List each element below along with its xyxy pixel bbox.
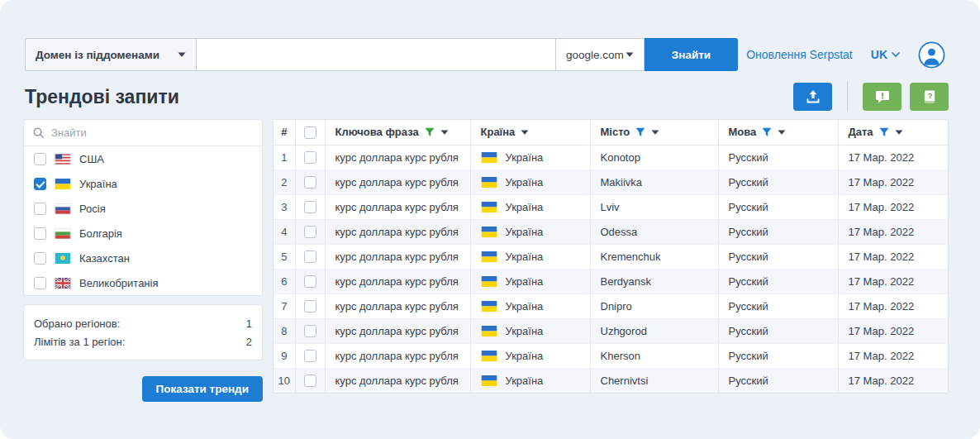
user-avatar[interactable]: [918, 41, 945, 69]
row-checkbox[interactable]: [304, 201, 316, 213]
row-checkbox[interactable]: [304, 300, 316, 313]
country-flag-icon: [481, 152, 497, 163]
chevron-down-icon[interactable]: [778, 130, 786, 135]
search-icon: [32, 126, 45, 139]
chevron-down-icon[interactable]: [651, 130, 659, 135]
row-number: 2: [274, 169, 295, 194]
language-cell: Русский: [718, 343, 838, 368]
col-language[interactable]: Мова: [718, 120, 838, 145]
stat-label: Лімітів за 1 регіон:: [34, 336, 125, 348]
country-flag-icon: [55, 154, 71, 165]
region-checkbox[interactable]: [34, 203, 46, 215]
table-row[interactable]: 5 курс доллара курс рубля Україна Kremen…: [274, 244, 948, 269]
show-trends-button[interactable]: Показати тренди: [142, 376, 263, 402]
col-city[interactable]: Місто: [590, 120, 718, 145]
city-cell: Dnipro: [590, 293, 718, 318]
col-country[interactable]: Країна: [470, 120, 590, 145]
feedback-button[interactable]: [863, 83, 902, 111]
select-all-checkbox[interactable]: [304, 126, 316, 139]
regions-sidebar: США Україна Росія: [23, 119, 263, 402]
region-checkbox[interactable]: [34, 252, 46, 265]
city-cell: Berdyansk: [590, 269, 718, 293]
row-checkbox[interactable]: [304, 226, 316, 238]
table-row[interactable]: 8 курс доллара курс рубля Україна Uzhgor…: [274, 318, 948, 343]
country-flag-icon: [55, 253, 71, 264]
language-selector[interactable]: UK: [871, 48, 900, 61]
toolbar-divider: [847, 82, 848, 112]
region-search-input[interactable]: [51, 126, 254, 139]
search-engine-select[interactable]: google.com: [555, 38, 645, 71]
row-checkbox[interactable]: [304, 275, 316, 288]
topbar-right: Оновлення Serpstat UK: [746, 41, 945, 69]
page-title: Трендові запити: [25, 86, 179, 108]
region-checkbox[interactable]: [34, 277, 46, 289]
region-checkbox[interactable]: [34, 178, 46, 190]
title-row: Трендові запити: [25, 82, 949, 112]
keyword-phrase-cell: курс доллара курс рубля: [325, 194, 470, 219]
row-checkbox[interactable]: [304, 325, 316, 337]
row-checkbox[interactable]: [304, 251, 316, 263]
chevron-down-icon[interactable]: [895, 130, 903, 135]
table-row[interactable]: 10 курс доллара курс рубля Україна Chern…: [274, 368, 948, 393]
search-type-label: Домен із піддоменами: [36, 49, 159, 61]
col-keyword-phrase[interactable]: Ключова фраза: [325, 120, 470, 145]
trends-table-card: # Ключова фраза Країна: [273, 119, 949, 394]
city-cell: Makiivka: [590, 169, 718, 194]
row-checkbox[interactable]: [304, 151, 316, 164]
search-type-select[interactable]: Домен із піддоменами: [25, 38, 196, 71]
chevron-down-icon: [892, 52, 900, 57]
help-button[interactable]: [910, 83, 949, 111]
table-row[interactable]: 3 курс доллара курс рубля Україна Lviv Р…: [274, 194, 948, 219]
region-list-item[interactable]: Росія: [24, 196, 262, 221]
date-cell: 17 Мар. 2022: [838, 219, 948, 244]
table-row[interactable]: 6 курс доллара курс рубля Україна Berdya…: [274, 269, 948, 293]
row-number: 7: [274, 293, 295, 318]
row-number: 3: [274, 194, 295, 219]
table-row[interactable]: 1 курс доллара курс рубля Україна Konoto…: [274, 145, 948, 169]
city-cell: Kremenchuk: [590, 244, 718, 269]
region-list-item[interactable]: Болгарія: [24, 221, 262, 246]
country-flag-icon: [55, 228, 71, 239]
filter-icon[interactable]: [635, 127, 645, 137]
region-list-item[interactable]: Україна: [24, 171, 262, 196]
chevron-down-icon: [626, 52, 634, 57]
stat-row: Обрано регіонов: 1: [34, 314, 252, 332]
col-language-label: Мова: [729, 126, 757, 138]
chat-exclamation-icon: [874, 88, 891, 105]
chevron-down-icon[interactable]: [440, 130, 449, 135]
row-checkbox[interactable]: [304, 350, 316, 362]
country-flag-icon: [481, 276, 497, 287]
topbar: Домен із піддоменами google.com Знайти О…: [25, 38, 945, 71]
search-bar: Домен із піддоменами google.com Знайти: [25, 38, 738, 71]
chevron-down-icon[interactable]: [521, 130, 529, 135]
language-cell: Русский: [718, 145, 838, 169]
filter-icon[interactable]: [762, 127, 772, 137]
row-number: 10: [274, 368, 295, 393]
row-checkbox[interactable]: [304, 176, 316, 188]
filter-active-icon[interactable]: [425, 127, 435, 137]
export-button[interactable]: [793, 83, 832, 111]
table-row[interactable]: 4 курс доллара курс рубля Україна Odessa…: [274, 219, 948, 244]
find-button[interactable]: Знайти: [645, 38, 738, 71]
region-list-item[interactable]: Казахстан: [24, 246, 262, 270]
region-checkbox[interactable]: [34, 227, 46, 240]
serpstat-updates-link[interactable]: Оновлення Serpstat: [746, 48, 853, 61]
row-number: 4: [274, 219, 295, 244]
country-cell: Україна: [470, 318, 590, 343]
row-checkbox[interactable]: [304, 375, 316, 387]
country-cell: Україна: [470, 145, 590, 169]
col-date[interactable]: Дата: [838, 120, 948, 145]
table-row[interactable]: 7 курс доллара курс рубля Україна Dnipro…: [274, 293, 948, 318]
table-row[interactable]: 9 курс доллара курс рубля Україна Kherso…: [274, 343, 948, 368]
country-cell: Україна: [470, 244, 590, 269]
region-list-item[interactable]: Великобританія: [24, 270, 262, 295]
date-cell: 17 Мар. 2022: [838, 194, 948, 219]
search-query-input[interactable]: [196, 38, 555, 71]
country-cell: Україна: [470, 219, 590, 244]
table-row[interactable]: 2 курс доллара курс рубля Україна Makiiv…: [274, 169, 948, 194]
limits-card: Обрано регіонов: 1 Лімітів за 1 регіон: …: [23, 304, 263, 360]
region-checkbox[interactable]: [34, 153, 46, 165]
filter-icon[interactable]: [879, 127, 889, 137]
table-body: 1 курс доллара курс рубля Україна Konoto…: [274, 145, 948, 393]
region-list-item[interactable]: США: [24, 146, 262, 171]
